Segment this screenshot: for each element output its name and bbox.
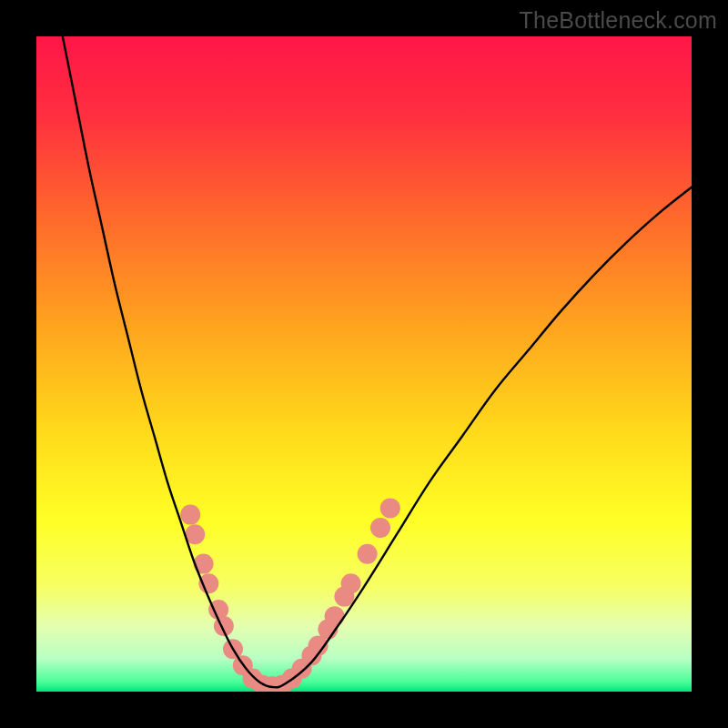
chart-frame: TheBottleneck.com bbox=[0, 0, 728, 728]
data-marker bbox=[380, 498, 400, 518]
data-marker bbox=[358, 544, 378, 564]
data-marker bbox=[325, 606, 345, 626]
data-markers bbox=[180, 498, 400, 692]
data-marker bbox=[341, 573, 361, 593]
chart-svg bbox=[36, 36, 692, 692]
plot-area bbox=[36, 36, 692, 692]
data-marker bbox=[180, 505, 200, 525]
bottleneck-curve bbox=[63, 36, 692, 687]
data-marker bbox=[370, 518, 390, 538]
watermark-text: TheBottleneck.com bbox=[520, 7, 717, 34]
